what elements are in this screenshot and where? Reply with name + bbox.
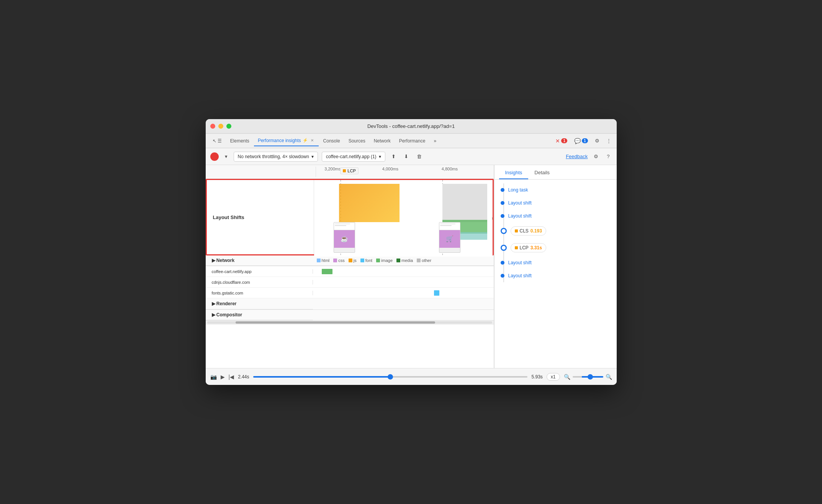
legend-css: css [333,258,345,263]
zoom-slider[interactable] [573,376,603,378]
help-icon[interactable]: ? [604,152,612,161]
layout-shifts-content[interactable]: ☕ 🛒 › [314,180,493,257]
network-item-2: fonts.gstatic.com [206,288,494,298]
tab-sources[interactable]: Sources [345,136,369,146]
network-section-label[interactable]: ▶ Network [206,255,313,266]
cls-badge[interactable]: CLS 0.193 [511,226,546,236]
legend-media: media [396,258,413,263]
delete-button[interactable]: 🗑 [414,152,424,161]
tab-pointer[interactable]: ↖ ☰ [209,136,226,146]
shift-block-gray [442,184,487,222]
long-task-link[interactable]: Long task [508,187,528,193]
maximize-button[interactable] [226,124,231,129]
timeline-dot-2 [501,214,504,218]
tab-console[interactable]: Console [319,136,344,146]
tab-insights[interactable]: Insights [499,167,529,179]
timeline-item-layout-shift-2: Layout shift [501,209,611,223]
legend-other: other [417,258,431,263]
timeline-scrubber[interactable] [253,376,528,378]
layout-shift-link-4[interactable]: Layout shift [508,273,532,278]
url-dropdown[interactable]: coffee-cart.netlify.app (1) ▾ [322,152,385,162]
insights-track: Long task Layout shift Layout shift [495,183,617,282]
timeline-area: 3,200ms 4,000ms 4,800ms LCP Layout Shift… [206,165,494,368]
timeline-item-layout-shift-4: Layout shift [501,269,611,282]
titlebar: DevTools - coffee-cart.netlify.app/?ad=1 [206,119,617,134]
css-dot [333,259,337,262]
scrollbar-thumb[interactable] [236,321,435,324]
zoom-out-button[interactable]: 🔍 [564,374,570,380]
network-item-bar-2 [313,288,494,298]
js-dot [349,259,352,262]
timeline-item-cls: CLS 0.193 [501,223,611,239]
renderer-row: ▶ Renderer [206,298,494,310]
legend-image: image [376,258,393,263]
messages-button[interactable]: 💬 1 [572,136,590,146]
network-item-bar-1 [313,277,494,287]
speed-badge: x1 [547,373,560,381]
layout-shifts-label: Layout Shifts [207,180,314,254]
compositor-content [313,310,494,320]
compositor-label[interactable]: ▶ Compositor [206,310,313,320]
renderer-content [313,298,494,309]
cls-label: CLS [520,228,529,234]
tab-details[interactable]: Details [528,167,556,179]
lcp-value: 3.31s [531,245,542,250]
layout-shift-link-2[interactable]: Layout shift [508,213,532,219]
tab-network[interactable]: Network [370,136,395,146]
minimize-button[interactable] [218,124,223,129]
main-area: 3,200ms 4,000ms 4,800ms LCP Layout Shift… [206,165,617,368]
horizontal-scrollbar[interactable] [206,321,494,324]
layout-shift-link-1[interactable]: Layout shift [508,200,532,206]
tab-elements[interactable]: Elements [226,136,253,146]
renderer-label[interactable]: ▶ Renderer [206,298,313,309]
record-dropdown[interactable]: ▾ [223,152,230,161]
network-item-0: coffee-cart.netlify.app [206,266,494,277]
upload-button[interactable]: ⬆ [389,152,398,161]
play-button[interactable]: ▶ [221,374,225,380]
zoom-in-button[interactable]: 🔍 [606,374,612,380]
lcp-badge-panel[interactable]: LCP 3.31s [511,243,546,252]
lcp-color-dot [515,246,518,249]
settings-button[interactable]: ⚙ [593,136,602,145]
timeline-item-layout-shift-1: Layout shift [501,196,611,209]
time-label-3: 4,800ms [442,167,458,171]
legend-js: js [349,258,357,263]
network-items: coffee-cart.netlify.app cdnjs.cloudflare… [206,266,494,298]
tab-performance-insights[interactable]: Performance insights ⚡ ✕ [254,136,319,146]
html-dot [317,259,321,262]
time-ruler: 3,200ms 4,000ms 4,800ms LCP [206,165,494,179]
time-end: 5.93s [531,374,542,380]
time-start: 2.44s [238,374,249,380]
window-title: DevTools - coffee-cart.netlify.app/?ad=1 [367,123,455,129]
network-item-label-0: coffee-cart.netlify.app [206,269,313,274]
network-legend: html css js font [313,255,494,266]
tab-more[interactable]: » [430,136,440,146]
screenshot-thumb-1: ☕ [334,222,355,253]
timeline-dot-4 [501,274,504,278]
other-dot [417,259,421,262]
throttle-dropdown[interactable]: No network throttling, 4× slowdown ▾ [234,152,318,162]
lcp-badge: LCP [340,167,358,174]
screenshot-button[interactable]: 📷 [210,374,217,380]
more-options-button[interactable]: ⋮ [604,136,614,145]
arrow-right: › [492,216,493,221]
cls-color-dot [515,229,518,232]
tab-performance[interactable]: Performance [395,136,429,146]
feedback-button[interactable]: Feedback [566,154,588,159]
lcp-dot [343,169,346,172]
tab-close-icon[interactable]: ✕ [309,138,315,143]
time-label-1: 3,200ms [324,167,341,171]
playback-bar: 📷 ▶ |◀ 2.44s 5.93s x1 🔍 🔍 [206,368,617,385]
timeline-dot-3 [501,261,504,265]
error-badge: 1 [561,138,567,143]
errors-button[interactable]: ✕ 1 [553,136,570,146]
record-button[interactable] [210,152,219,161]
download-button[interactable]: ⬇ [402,152,411,161]
timeline-dot-lcp [501,245,507,251]
timeline-dot-cls [501,228,507,234]
layout-shift-link-3[interactable]: Layout shift [508,260,532,265]
image-dot [376,259,380,262]
close-button[interactable] [210,124,215,129]
gear-icon[interactable]: ⚙ [591,152,601,161]
skip-start-button[interactable]: |◀ [229,374,234,380]
